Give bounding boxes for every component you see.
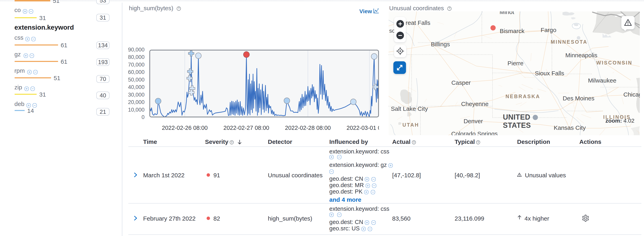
svg-text:WISCONSIN: WISCONSIN	[596, 60, 632, 66]
svg-text:zoom: 4.02: zoom: 4.02	[605, 118, 634, 124]
svg-text:20,000: 20,000	[128, 99, 144, 105]
svg-text:Billings: Billings	[431, 41, 450, 48]
svg-text:?: ?	[478, 141, 479, 144]
svg-text:50,000: 50,000	[128, 77, 144, 83]
svg-text:Minot: Minot	[500, 12, 514, 15]
svg-text:2022-02-27 08:00: 2022-02-27 08:00	[224, 125, 269, 131]
svg-text:0: 0	[142, 114, 144, 120]
svg-text:Bismarck: Bismarck	[500, 28, 524, 34]
svg-text:Minneapolis: Minneapolis	[565, 52, 597, 59]
svg-text:Sioux Falls: Sioux Falls	[535, 70, 564, 77]
svg-text:?: ?	[448, 7, 450, 10]
svg-text:Casper: Casper	[452, 79, 471, 86]
svg-text:Denver: Denver	[464, 118, 483, 124]
svg-text:60,000: 60,000	[128, 69, 144, 75]
svg-text:Salt Lake City: Salt Lake City	[391, 105, 428, 112]
svg-text:Fargo: Fargo	[541, 27, 556, 33]
svg-text:UNITED: UNITED	[503, 113, 530, 121]
svg-text:2022-02-26 08:00: 2022-02-26 08:00	[162, 125, 208, 131]
svg-text:STATES: STATES	[503, 121, 531, 129]
svg-text:Pierre: Pierre	[508, 60, 524, 67]
svg-text:2022-03-01 08:00: 2022-03-01 08:00	[346, 125, 388, 131]
svg-text:NEBRASKA: NEBRASKA	[506, 94, 540, 99]
svg-text:Cheyenne: Cheyenne	[461, 101, 489, 107]
svg-text:Chicago: Chicago	[624, 91, 640, 98]
svg-text:2022-02-28 08:00: 2022-02-28 08:00	[285, 125, 331, 131]
svg-text:Milwaukee: Milwaukee	[588, 77, 616, 84]
svg-text:90,000: 90,000	[128, 47, 144, 53]
svg-text:?: ?	[231, 141, 232, 144]
svg-text:?: ?	[413, 141, 414, 144]
svg-text:Colorado Springs: Colorado Springs	[451, 130, 498, 135]
svg-text:10,000: 10,000	[128, 107, 144, 113]
svg-text:UTAH: UTAH	[402, 122, 419, 128]
svg-text:Kansas City: Kansas City	[554, 124, 586, 131]
svg-text:MINNESOTA: MINNESOTA	[551, 39, 588, 45]
svg-text:Des Moines: Des Moines	[563, 95, 594, 102]
svg-text:80,000: 80,000	[128, 54, 144, 60]
svg-text:40,000: 40,000	[128, 84, 144, 90]
svg-text:30,000: 30,000	[128, 92, 144, 98]
svg-text:70,000: 70,000	[128, 62, 144, 68]
